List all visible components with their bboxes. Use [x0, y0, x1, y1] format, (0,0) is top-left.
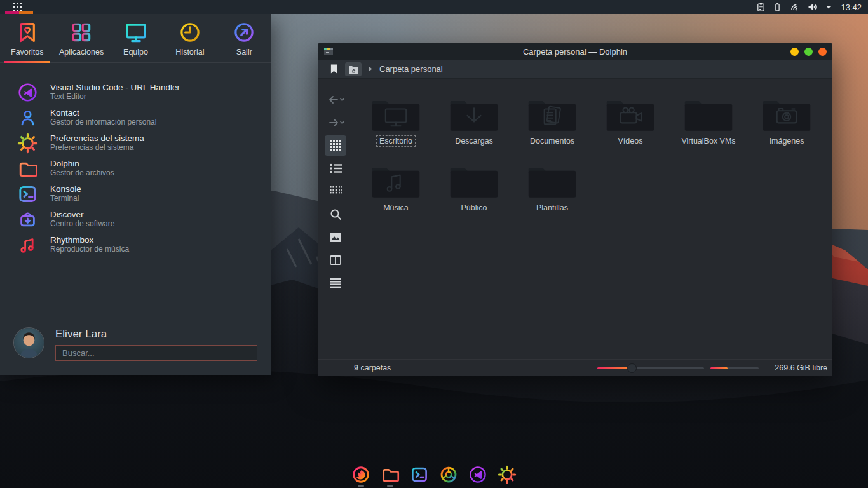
chrome-icon [439, 465, 458, 484]
folder-descargas[interactable]: Descargas [444, 97, 505, 147]
app-title: Visual Studio Code - URL Handler [50, 83, 180, 93]
launcher-active-indicator [5, 11, 33, 14]
logout-icon [232, 20, 256, 44]
window-icon [323, 47, 334, 56]
free-space-label: 269.6 GiB libre [766, 363, 827, 372]
folder-musica[interactable]: Música [365, 163, 426, 214]
app-subtitle: Centro de software [50, 220, 114, 229]
home-folder-icon [348, 65, 359, 74]
split-view-icon[interactable] [325, 248, 346, 271]
hamburger-menu-icon[interactable] [325, 271, 346, 294]
dock [351, 465, 517, 487]
search-icon[interactable] [325, 203, 346, 226]
tab-label: Favoritos [11, 48, 43, 57]
bookmark-heart-icon [15, 20, 39, 44]
music-note-icon [17, 234, 38, 255]
folder-documentos[interactable]: Documentos [522, 97, 583, 147]
tab-label: Equipo [123, 48, 148, 57]
folder-virtualbox-vms[interactable]: VirtualBox VMs [678, 97, 739, 147]
app-item-kontact[interactable]: Kontact Gestor de información personal [0, 105, 271, 130]
breadcrumb: Carpeta personal [318, 60, 832, 79]
dock-item-firefox[interactable] [351, 465, 370, 487]
folder-label: Escritorio [376, 135, 416, 147]
tab-favoritos[interactable]: Favoritos [0, 14, 54, 62]
tab-aplicaciones[interactable]: Aplicaciones [54, 14, 108, 62]
folder-label: Imágenes [766, 135, 808, 147]
folder-label: Plantillas [533, 202, 571, 214]
running-indicator [387, 485, 393, 487]
home-button[interactable] [345, 62, 362, 76]
folder-escritorio[interactable]: Escritorio [365, 97, 426, 147]
app-subtitle: Gestor de información personal [50, 118, 156, 127]
back-button[interactable] [325, 88, 346, 111]
app-item-konsole[interactable]: Konsole Terminal [0, 181, 271, 207]
app-item-preferencias[interactable]: Preferencias del sistema Preferencias de… [0, 130, 271, 156]
folder-view: Escritorio Descargas [353, 79, 832, 359]
user-icon [17, 107, 38, 128]
app-item-vscode[interactable]: Visual Studio Code - URL Handler Text Ed… [0, 79, 271, 105]
compact-view-button[interactable] [325, 180, 346, 203]
dock-item-konsole[interactable] [410, 465, 429, 487]
titlebar[interactable]: Carpeta personal — Dolphin [318, 43, 832, 60]
folder-plantillas[interactable]: Plantillas [522, 163, 583, 214]
folder-icon [369, 163, 423, 200]
statusbar: 9 carpetas 269.6 GiB libre [318, 359, 832, 376]
battery-icon[interactable] [773, 2, 782, 12]
forward-button[interactable] [325, 111, 346, 134]
tab-historial[interactable]: Historial [163, 14, 217, 62]
app-title: Preferencias del sistema [50, 133, 144, 144]
breadcrumb-location[interactable]: Carpeta personal [379, 64, 443, 74]
clipboard-icon[interactable] [756, 2, 766, 12]
app-launcher-button[interactable] [0, 0, 38, 14]
bookmark-icon[interactable] [330, 64, 338, 74]
user-area: Eliver Lara [14, 318, 257, 375]
top-panel: 13:42 [0, 0, 868, 14]
tab-label: Historial [175, 48, 204, 57]
close-button[interactable] [818, 48, 827, 56]
network-icon[interactable] [789, 2, 800, 12]
items-count: 9 carpetas [354, 363, 391, 372]
app-subtitle: Gestor de archivos [50, 169, 114, 178]
monitor-icon [124, 20, 148, 44]
preview-icon[interactable] [325, 226, 346, 248]
icons-view-button[interactable] [325, 135, 346, 156]
tab-salir[interactable]: Salir [217, 14, 271, 62]
app-item-dolphin[interactable]: Dolphin Gestor de archivos [0, 156, 271, 181]
folder-label: Descargas [452, 135, 496, 147]
firefox-icon [351, 465, 370, 484]
folder-label: Documentos [527, 135, 578, 147]
folder-label: Público [458, 202, 491, 214]
folder-publico[interactable]: Público [444, 163, 505, 214]
app-item-rhythmbox[interactable]: Rhythmbox Reproductor de música [0, 232, 271, 257]
folder-imagenes[interactable]: Imágenes [756, 97, 817, 147]
app-item-discover[interactable]: Discover Centro de software [0, 207, 271, 232]
volume-icon[interactable] [807, 2, 818, 12]
list-view-button[interactable] [325, 157, 346, 180]
dock-item-settings[interactable] [498, 465, 517, 487]
dock-item-vscode[interactable] [468, 465, 487, 487]
folder-icon [381, 465, 400, 484]
dock-item-files[interactable] [381, 465, 400, 487]
dock-item-chrome[interactable] [439, 465, 458, 487]
tab-equipo[interactable]: Equipo [109, 14, 163, 62]
app-subtitle: Reproductor de música [50, 245, 129, 254]
zoom-slider-handle[interactable] [627, 363, 637, 373]
vscode-icon [17, 82, 38, 103]
folder-icon [760, 97, 813, 133]
avatar[interactable] [14, 328, 44, 358]
folder-videos[interactable]: Vídeos [600, 97, 661, 147]
app-title: Konsole [50, 184, 81, 194]
minimize-button[interactable] [790, 48, 799, 56]
active-tab-indicator [4, 61, 50, 63]
app-title: Dolphin [50, 159, 114, 169]
folder-icon [526, 97, 579, 133]
maximize-button[interactable] [804, 48, 813, 56]
search-input[interactable] [55, 345, 257, 361]
user-name: Eliver Lara [55, 328, 257, 341]
zoom-slider[interactable] [597, 360, 704, 377]
app-subtitle: Preferencias del sistema [50, 144, 144, 152]
clock[interactable]: 13:42 [841, 3, 862, 12]
software-bag-icon [17, 209, 38, 230]
tab-label: Salir [236, 48, 252, 57]
chevron-down-icon[interactable] [825, 3, 832, 11]
